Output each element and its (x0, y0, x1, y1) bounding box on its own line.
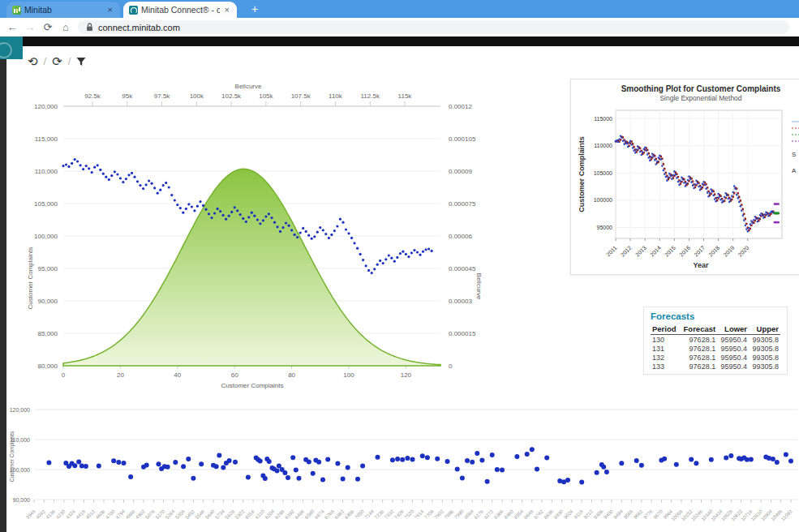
svg-text:4136: 4136 (45, 508, 57, 520)
svg-text:4512: 4512 (85, 508, 97, 520)
svg-text:95k: 95k (122, 92, 133, 100)
svg-text:7426: 7426 (393, 508, 405, 520)
svg-text:105,000: 105,000 (34, 200, 58, 208)
new-tab-button[interactable]: + (247, 2, 262, 17)
svg-text:100000: 100000 (594, 197, 612, 203)
close-tab-icon[interactable]: × (223, 5, 231, 15)
svg-text:Smoothing Plot for Customer Co: Smoothing Plot for Customer Complaints (621, 84, 781, 93)
svg-text:85,000: 85,000 (38, 330, 58, 337)
svg-text:5546: 5546 (195, 508, 206, 520)
forecast-col-header: Upper (749, 324, 780, 335)
svg-text:9682: 9682 (633, 508, 644, 520)
svg-text:5734: 5734 (214, 508, 226, 520)
svg-text:9494: 9494 (612, 508, 624, 520)
svg-text:6674: 6674 (314, 508, 325, 520)
svg-text:115k: 115k (398, 92, 413, 100)
svg-text:8460: 8460 (503, 508, 514, 520)
svg-text:7802: 7802 (433, 508, 445, 520)
home-icon[interactable]: ⌂ (57, 21, 75, 33)
svg-text:2011: 2011 (605, 245, 618, 258)
filter-icon[interactable] (76, 57, 86, 66)
svg-text:110000: 110000 (594, 143, 612, 148)
svg-text:2013: 2013 (634, 245, 647, 258)
svg-text:8554: 8554 (513, 508, 525, 520)
svg-text:4324: 4324 (65, 508, 76, 520)
collapsed-sidebar[interactable] (0, 46, 6, 532)
svg-text:90,000: 90,000 (38, 298, 58, 305)
svg-text:Single Exponential Method: Single Exponential Method (659, 94, 741, 102)
close-tab-icon[interactable]: × (106, 5, 114, 15)
table-row: 13297628.195950.499305.8 (651, 353, 780, 362)
reload-icon[interactable]: ⟳ (39, 21, 57, 33)
svg-text:105k: 105k (259, 92, 273, 100)
forecasts-panel: Forecasts PeriodForecastLowerUpper 13097… (643, 307, 788, 375)
svg-text:3948: 3948 (25, 508, 37, 520)
svg-text:7520: 7520 (404, 508, 415, 520)
svg-text:A: A (792, 167, 797, 174)
tab-minitab-connect[interactable]: Minitab Connect® - connect.min × (123, 2, 237, 18)
svg-text:2017: 2017 (693, 245, 706, 258)
svg-text:5264: 5264 (165, 508, 176, 520)
svg-text:115000: 115000 (594, 116, 612, 122)
svg-text:0.000015: 0.000015 (449, 330, 476, 337)
svg-text:7238: 7238 (374, 508, 385, 520)
svg-text:0.00012: 0.00012 (449, 103, 472, 110)
svg-text:5358: 5358 (174, 508, 186, 520)
svg-text:6956: 6956 (344, 508, 355, 520)
tab-minitab[interactable]: Minitab × (6, 2, 120, 18)
tab-title: Minitab (24, 5, 103, 15)
table-row: 13397628.195950.499305.8 (651, 362, 780, 371)
svg-text:8366: 8366 (493, 508, 505, 520)
svg-text:8930: 8930 (553, 508, 565, 520)
history-icon[interactable]: ⟲ (28, 55, 38, 67)
svg-text:7708: 7708 (423, 508, 435, 520)
svg-text:6768: 6768 (324, 508, 335, 520)
tab-bar: Minitab × Minitab Connect® - connect.min… (0, 0, 799, 18)
svg-text:8648: 8648 (523, 508, 535, 520)
table-row: 13097628.195950.499305.8 (651, 335, 780, 345)
svg-text:9588: 9588 (623, 508, 634, 520)
bellcurve-scatter-chart[interactable]: 120,000115,000110,000105,000100,00095,00… (23, 75, 489, 400)
svg-text:8084: 8084 (463, 508, 475, 520)
svg-text:11092: 11092 (780, 508, 793, 521)
minitab-connect-logo (0, 36, 23, 59)
refresh-icon[interactable]: ⟳ (52, 55, 62, 67)
svg-text:6580: 6580 (304, 508, 316, 520)
svg-text:97.5k: 97.5k (154, 92, 171, 100)
svg-text:120,000: 120,000 (10, 407, 30, 413)
svg-text:4606: 4606 (95, 508, 106, 520)
back-icon[interactable]: ← (3, 21, 21, 33)
svg-text:6486: 6486 (294, 508, 305, 520)
svg-text:7896: 7896 (444, 508, 455, 520)
svg-text:7050: 7050 (354, 508, 365, 520)
url-field[interactable]: connect.minitab.com (78, 20, 789, 34)
address-bar: ← → ⟳ ⌂ connect.minitab.com (0, 18, 799, 37)
svg-text:5828: 5828 (225, 508, 236, 520)
url-text: connect.minitab.com (98, 23, 180, 32)
svg-text:9306: 9306 (593, 508, 604, 520)
svg-text:0.00006: 0.00006 (449, 233, 472, 240)
svg-text:9870: 9870 (652, 508, 664, 520)
svg-text:80,000: 80,000 (38, 363, 58, 370)
svg-text:6298: 6298 (274, 508, 286, 520)
minitab-connect-favicon (129, 6, 138, 15)
svg-text:6110: 6110 (255, 508, 266, 520)
svg-text:7990: 7990 (453, 508, 465, 520)
svg-text:4888: 4888 (125, 508, 136, 520)
svg-text:2012: 2012 (620, 245, 633, 258)
app-top-bar (0, 36, 799, 46)
svg-text:107.5k: 107.5k (291, 92, 311, 100)
svg-text:110k: 110k (329, 92, 343, 100)
svg-text:9118: 9118 (573, 508, 585, 520)
svg-text:20: 20 (117, 371, 124, 379)
svg-text:Bellcurve: Bellcurve (475, 273, 483, 300)
chart-toolbar: ⟲ / ⟳ / (28, 55, 86, 67)
svg-text:6204: 6204 (264, 508, 276, 520)
smoothing-plot-panel[interactable]: Smoothing Plot for Customer ComplaintsSi… (570, 79, 799, 275)
svg-text:8836: 8836 (543, 508, 554, 520)
svg-text:9776: 9776 (642, 508, 654, 520)
forward-icon[interactable]: → (21, 21, 39, 33)
complaints-scatter-chart[interactable]: 120,000110,000100,00090,000Customer Comp… (6, 396, 799, 532)
svg-text:7332: 7332 (384, 508, 395, 520)
svg-text:4982: 4982 (135, 508, 146, 520)
